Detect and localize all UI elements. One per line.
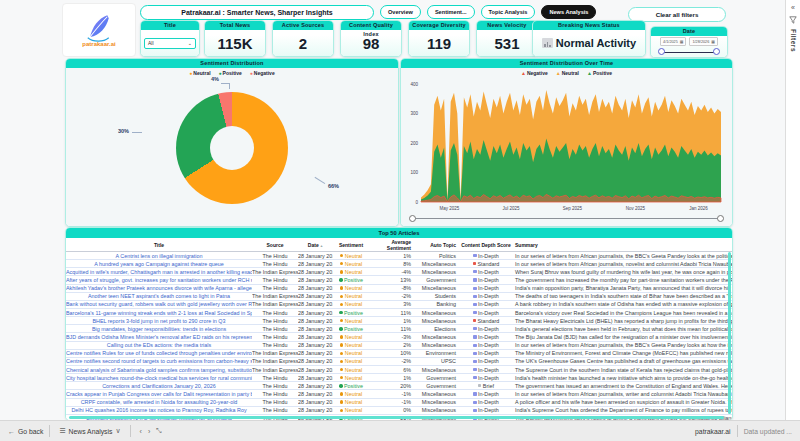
- donut-label-neutral: 66%: [328, 183, 339, 189]
- expand-pane-icon[interactable]: «: [791, 4, 795, 11]
- table-row[interactable]: Calling out the EDs actions: the media t…: [66, 342, 732, 350]
- table-vertical-scrollbar[interactable]: [728, 252, 731, 414]
- depth-icon: [473, 262, 476, 265]
- chevron-down-icon[interactable]: ∨: [115, 427, 120, 435]
- article-title-link[interactable]: Akhilesh Yadav's brother Prateek announc…: [66, 285, 252, 291]
- nav-tab-news-analysis[interactable]: News Analysis: [541, 5, 596, 19]
- chart-range-slider[interactable]: [409, 215, 724, 223]
- logo-text: patrakaar.ai: [82, 41, 115, 47]
- article-title-link[interactable]: After years of struggle, govt. increases…: [66, 277, 252, 283]
- breaking-news-label: Breaking News Status: [533, 21, 645, 30]
- article-title-link[interactable]: Chemical analysis of Sabarimala gold sam…: [66, 367, 252, 373]
- next-page-icon[interactable]: ›: [148, 428, 150, 435]
- nav-tab-sentiment[interactable]: Sentiment...: [427, 5, 475, 19]
- date-slider-handle-end[interactable]: [713, 48, 720, 55]
- table-row[interactable]: Big mandates, bigger responsibilities: t…: [66, 325, 732, 333]
- depth-icon: [473, 270, 476, 273]
- column-header-source[interactable]: Source: [252, 242, 298, 248]
- date-cell: 28 January 20...: [298, 350, 333, 356]
- hamburger-icon[interactable]: ☰: [59, 427, 65, 435]
- brand-label: patrakaar.ai: [695, 428, 731, 435]
- article-title-link[interactable]: CRPF constable, wife arrested in Noida f…: [81, 399, 238, 405]
- column-header-date[interactable]: Date▲: [298, 242, 333, 248]
- column-header-title[interactable]: Title: [66, 242, 252, 248]
- column-header-sentiment[interactable]: Sentiment: [333, 242, 369, 248]
- table-row[interactable]: Corrections and Clarifications January 2…: [66, 382, 732, 390]
- summary-cell: The Biju Janata Dal (BJD) has called for…: [513, 334, 732, 340]
- article-title-link[interactable]: BJD demands Odisha Mines Minister's remo…: [66, 334, 252, 340]
- page-selector[interactable]: News Analysis: [69, 428, 113, 435]
- article-title-link[interactable]: Delhi HC quashes 2016 income tax notices…: [71, 407, 246, 413]
- back-arrow-icon[interactable]: ←: [8, 428, 15, 435]
- table-row[interactable]: A Centrist lens on illegal immigrationTh…: [66, 252, 732, 260]
- date-range-slider[interactable]: [658, 48, 720, 56]
- article-title-link[interactable]: Acquitted in wife's murder, Chhattisgarh…: [66, 269, 252, 275]
- article-title-link[interactable]: A hundred years ago Campaign against the…: [94, 261, 223, 267]
- table-row[interactable]: A hundred years ago Campaign against the…: [66, 260, 732, 268]
- go-back-button[interactable]: Go back: [18, 428, 43, 435]
- kpi-card-news-velocity: News Velocity531: [476, 20, 538, 57]
- depth-icon: [473, 344, 476, 347]
- article-title-link[interactable]: BHEL reports 3-fold jump in net profit t…: [92, 318, 225, 324]
- title-filter-dropdown[interactable]: All ⌄: [144, 38, 196, 49]
- filters-pane[interactable]: « Filters: [785, 0, 800, 421]
- nav-tab-topic-analysis[interactable]: Topic Analysis: [481, 5, 536, 19]
- table-row[interactable]: Chemical analysis of Sabarimala gold sam…: [66, 366, 732, 374]
- table-row[interactable]: Cracks appear in Punjab Congress over ca…: [66, 390, 732, 398]
- article-title-link[interactable]: Centre notifies Rules for use of funds c…: [66, 350, 252, 356]
- source-cell: The Hindu: [252, 399, 298, 405]
- date-end-input[interactable]: 1/28/2026 ▦: [689, 37, 718, 46]
- table-row[interactable]: City hospital launches round-the-clock m…: [66, 374, 732, 382]
- breaking-news-card: Breaking News Status Normal Activity: [532, 20, 646, 57]
- table-row[interactable]: BJD demands Odisha Mines Minister's remo…: [66, 333, 732, 341]
- fit-to-screen-icon[interactable]: ⤡: [156, 427, 162, 435]
- article-title-link[interactable]: Centre notifies second round of targets …: [66, 358, 252, 364]
- sentiment-dot-icon: [339, 384, 342, 387]
- sentiment-label: Neutral: [345, 391, 362, 397]
- table-row[interactable]: Acquitted in wife's murder, Chhattisgarh…: [66, 268, 732, 276]
- article-title-link[interactable]: Calling out the EDs actions: the media t…: [107, 342, 211, 348]
- table-row[interactable]: Another teen NEET aspirant's death comes…: [66, 293, 732, 301]
- article-title-link[interactable]: City hospital launches round-the-clock m…: [66, 375, 252, 381]
- column-header-auto-topic[interactable]: Auto Topic: [421, 242, 459, 248]
- depth-label: In-Depth: [478, 367, 499, 373]
- table-row[interactable]: Delhi HC quashes 2016 income tax notices…: [66, 407, 732, 415]
- table-row[interactable]: Barcelona's 11-game winning streak ends …: [66, 309, 732, 317]
- table-row[interactable]: Akhilesh Yadav's brother Prateek announc…: [66, 285, 732, 293]
- sentiment-label: Neutral: [345, 285, 362, 291]
- donut-callout-line: [221, 83, 229, 84]
- sentiment-cell: Neutral: [333, 391, 369, 397]
- chart-slider-handle-end[interactable]: [717, 215, 724, 222]
- date-start-input[interactable]: 4/1/2025 ▦: [660, 37, 686, 46]
- table-row[interactable]: CRPF constable, wife arrested in Noida f…: [66, 399, 732, 407]
- nav-tab-overview[interactable]: Overview: [380, 5, 421, 19]
- table-horizontal-scrollbar[interactable]: [69, 416, 724, 419]
- column-header-summary[interactable]: Summary: [513, 242, 732, 248]
- article-title-link[interactable]: Another teen NEET aspirant's death comes…: [88, 293, 230, 299]
- area-chart[interactable]: 0100200300400May 2025Jul 2025Sep 2025Nov…: [405, 80, 727, 212]
- previous-page-icon[interactable]: ‹: [140, 428, 142, 435]
- article-title-link[interactable]: Corrections and Clarifications January 2…: [102, 383, 216, 389]
- table-row[interactable]: Centre notifies second round of targets …: [66, 358, 732, 366]
- column-header-content-depth-score[interactable]: Content Depth Score: [459, 242, 513, 248]
- table-row[interactable]: BHEL reports 3-fold jump in net profit t…: [66, 317, 732, 325]
- summary-cell: A bank robbery in India's southern state…: [513, 301, 732, 307]
- article-title-link[interactable]: A Centrist lens on illegal immigration: [116, 253, 203, 259]
- chart-slider-handle-start[interactable]: [409, 215, 416, 222]
- content-depth-cell: In-Depth: [459, 399, 513, 405]
- date-slider-handle-start[interactable]: [658, 48, 665, 55]
- table-row[interactable]: After years of struggle, govt. increases…: [66, 276, 732, 284]
- article-title-link[interactable]: Big mandates, bigger responsibilities: t…: [92, 326, 226, 332]
- table-row[interactable]: Bank without security guard, robbers wal…: [66, 301, 732, 309]
- article-title-link[interactable]: Cracks appear in Punjab Congress over ca…: [66, 391, 252, 397]
- date-cell: 28 January 20...: [298, 301, 333, 307]
- donut-callout-line: [229, 83, 230, 89]
- sentiment-cell: Positive: [333, 277, 369, 283]
- article-title-link[interactable]: Bank without security guard, robbers wal…: [66, 301, 252, 307]
- app-logo: patrakaar.ai: [62, 3, 136, 57]
- donut-chart[interactable]: [176, 92, 288, 204]
- table-row[interactable]: Centre notifies Rules for use of funds c…: [66, 350, 732, 358]
- column-header-average-sentiment[interactable]: Average Sentiment: [369, 239, 421, 251]
- sentiment-label: Neutral: [345, 269, 362, 275]
- article-title-link[interactable]: Barcelona's 11-game winning streak ends …: [66, 310, 252, 316]
